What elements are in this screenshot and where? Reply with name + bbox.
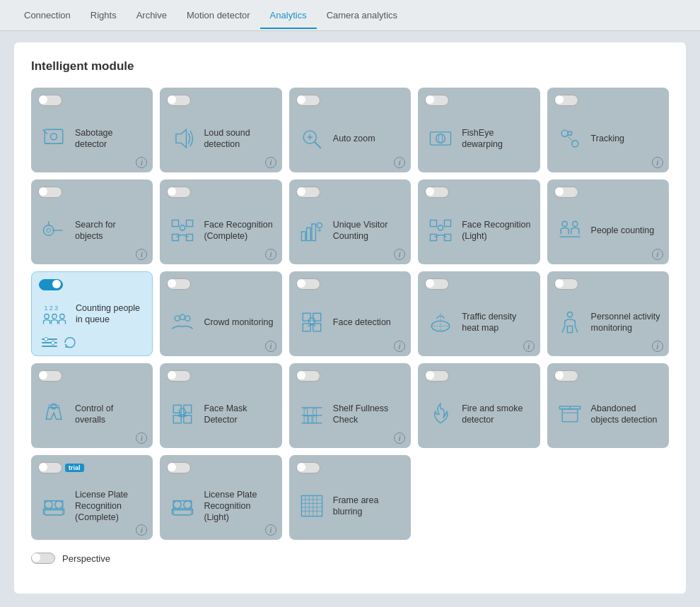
info-icon-personnel-activity[interactable]: i: [652, 341, 663, 352]
svg-point-15: [568, 131, 571, 135]
abandoned-icon: [554, 399, 585, 430]
card-body-abandoned-objects: Abandoned objects detection: [554, 386, 662, 442]
card-body-control-overalls: Control of overalls: [38, 386, 146, 442]
sub-icons-row: [39, 336, 145, 350]
perspective-row: ✕ Perspective: [31, 553, 669, 564]
svg-point-48: [45, 338, 48, 341]
toggle-tracking[interactable]: ✕: [554, 95, 578, 106]
svg-rect-80: [562, 409, 578, 422]
sub-icon-refresh[interactable]: [63, 336, 77, 350]
toggle-personnel-activity[interactable]: ✕: [554, 278, 578, 290]
toggle-wrap-people-counting: ✕: [554, 187, 662, 198]
card-label-fire-smoke: Fire and smoke detector: [462, 403, 532, 426]
info-icon-tracking[interactable]: i: [652, 157, 663, 168]
nav-item-analytics[interactable]: Analytics: [260, 1, 317, 29]
module-card-personnel-activity: ✕ Personnel activity monitoringi: [547, 271, 669, 356]
card-body-face-detection: Face detection: [296, 294, 404, 350]
module-card-abandoned-objects: ✕ Abandoned objects detection: [547, 363, 669, 448]
svg-rect-26: [307, 228, 310, 240]
info-icon-crowd-monitoring[interactable]: i: [265, 341, 276, 352]
sub-icon-settings[interactable]: [42, 337, 57, 348]
module-card-sabotage: ✕ Sabotage detectori: [31, 88, 153, 172]
top-nav: ConnectionRightsArchiveMotion detectorAn…: [0, 0, 700, 31]
toggle-wrap-face-recognition-light: ✕: [425, 187, 532, 198]
toggle-face-detection[interactable]: ✕: [296, 278, 320, 290]
toggle-x-icon: ✕: [298, 281, 303, 288]
toggle-face-recognition-complete[interactable]: ✕: [167, 187, 191, 198]
toggle-x-icon: ✕: [427, 373, 432, 379]
toggle-wrap-traffic-density: ✕: [425, 278, 532, 290]
frame-blur-icon: [296, 490, 327, 521]
toggle-wrap-sabotage: ✕: [38, 95, 146, 106]
card-label-license-complete: License Plate Recognition (Complete): [75, 489, 146, 524]
card-body-fire-smoke: Fire and smoke detector: [425, 386, 532, 442]
toggle-auto-zoom[interactable]: ✕: [296, 95, 320, 106]
module-card-crowd-monitoring: ✕ Crowd monitoringi: [160, 271, 281, 356]
svg-rect-20: [173, 220, 179, 226]
toggle-wrap-tracking: ✕: [554, 95, 662, 106]
perspective-toggle[interactable]: ✕: [31, 553, 55, 564]
toggle-x-icon: ✕: [40, 189, 45, 196]
info-icon-traffic-density[interactable]: i: [523, 341, 535, 352]
toggle-loud-sound[interactable]: ✕: [167, 95, 191, 106]
module-card-search-objects: ✕ Search for objectsi: [31, 179, 153, 264]
toggle-license-complete[interactable]: ✕: [38, 462, 62, 473]
toggle-unique-visitor[interactable]: ✕: [296, 187, 320, 198]
toggle-sabotage[interactable]: ✕: [38, 95, 62, 106]
toggle-search-objects[interactable]: ✕: [38, 187, 62, 198]
card-body-traffic-density: Traffic density heat map: [425, 294, 532, 350]
toggle-x-icon: ✕: [169, 189, 174, 196]
card-body-crowd-monitoring: Crowd monitoring: [167, 294, 274, 350]
overalls-icon: [38, 399, 69, 430]
svg-point-52: [185, 316, 190, 321]
svg-rect-86: [174, 509, 192, 514]
svg-rect-56: [313, 324, 321, 331]
toggle-fire-smoke[interactable]: ✕: [425, 370, 449, 382]
toggle-x-icon: ✕: [298, 98, 303, 104]
svg-rect-34: [445, 234, 451, 240]
svg-rect-47: [42, 346, 57, 347]
toggle-traffic-density[interactable]: ✕: [425, 278, 449, 290]
toggle-frame-blur[interactable]: ✕: [296, 462, 320, 473]
card-label-face-recognition-light: Face Recognition (Light): [462, 219, 532, 242]
nav-item-connection[interactable]: Connection: [14, 1, 81, 29]
toggle-people-counting[interactable]: ✕: [554, 187, 578, 198]
info-icon-license-light[interactable]: i: [265, 524, 276, 536]
info-icon-people-counting[interactable]: i: [652, 249, 663, 260]
module-card-fire-smoke: ✕ Fire and smoke detector: [418, 363, 539, 448]
svg-point-42: [45, 314, 49, 318]
toggle-face-recognition-light[interactable]: ✕: [425, 187, 449, 198]
nav-item-rights[interactable]: Rights: [81, 1, 127, 29]
nav-item-motion-detector[interactable]: Motion detector: [177, 1, 260, 29]
toggle-license-light[interactable]: ✕: [167, 462, 191, 473]
toggle-face-mask[interactable]: ✕: [167, 370, 191, 382]
svg-rect-31: [431, 220, 437, 226]
toggle-wrap-crowd-monitoring: ✕: [167, 278, 274, 290]
toggle-control-overalls[interactable]: ✕: [38, 370, 62, 382]
svg-point-49: [52, 341, 55, 345]
toggle-abandoned-objects[interactable]: ✕: [554, 370, 578, 382]
empty-cell-1: [547, 455, 669, 540]
info-icon-loud-sound[interactable]: i: [265, 157, 276, 168]
nav-item-camera-analytics[interactable]: Camera analytics: [317, 1, 407, 29]
card-body-shelf-fullness: Shelf Fullness Check: [296, 386, 404, 442]
card-body-fisheye: FishEye dewarping: [425, 110, 532, 167]
toggle-shelf-fullness[interactable]: ✕: [296, 370, 320, 382]
face-detection-icon: [296, 307, 327, 338]
auto-zoom-icon: [296, 123, 327, 154]
info-icon-face-recognition-complete[interactable]: i: [265, 249, 276, 260]
card-body-auto-zoom: Auto zoom: [296, 110, 404, 167]
card-body-sabotage: Sabotage detector: [38, 110, 146, 167]
module-card-control-overalls: ✕ Control of overallsi: [31, 363, 153, 448]
toggle-x-icon: ✕: [40, 373, 45, 379]
license-plate-icon: [167, 490, 198, 521]
toggle-crowd-monitoring[interactable]: ✕: [167, 278, 191, 290]
toggle-fisheye[interactable]: ✕: [425, 95, 449, 106]
personnel-icon: [554, 307, 585, 338]
svg-line-64: [575, 326, 578, 332]
card-label-unique-visitor: Unique Visitor Counting: [333, 219, 404, 242]
traffic-density-icon: [425, 307, 456, 338]
nav-item-archive[interactable]: Archive: [127, 1, 177, 29]
toggle-counting-queue[interactable]: ✓: [39, 279, 63, 290]
card-label-face-recognition-complete: Face Recognition (Complete): [204, 219, 274, 242]
